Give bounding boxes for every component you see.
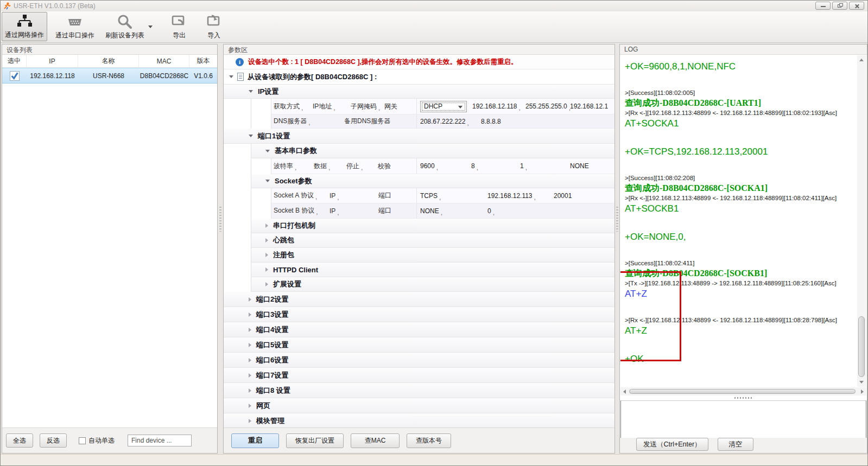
collapse-arrow-icon[interactable] xyxy=(249,90,253,93)
query-mac-button[interactable]: 查MAC xyxy=(351,433,400,448)
expand-arrow-icon[interactable] xyxy=(249,343,251,347)
section-label: 端口1设置 xyxy=(258,131,290,141)
param-value[interactable]: TCPS xyxy=(420,192,487,200)
param-value[interactable]: 208.67.222.222 xyxy=(420,118,481,125)
socket-a-row: Socket A 协议 IP 端口 TCPS 192.168.12.113 20… xyxy=(271,188,614,203)
section-ip-settings[interactable]: IP设置 xyxy=(224,85,614,99)
serial-mode-button[interactable]: 通过串口操作 xyxy=(53,12,97,41)
tree-root-label: 从设备读取到的参数[ D8B04CD2868C ] : xyxy=(248,72,377,82)
param-value[interactable]: 192.168.12.1 xyxy=(570,103,608,110)
scroll-right-icon[interactable] xyxy=(861,390,864,394)
expand-arrow-icon[interactable] xyxy=(249,373,251,378)
expand-arrow-icon[interactable] xyxy=(249,328,251,332)
param-value[interactable]: 0 xyxy=(487,207,554,215)
param-value[interactable]: 255.255.255.0 xyxy=(525,103,570,110)
expand-arrow-icon[interactable] xyxy=(265,253,268,257)
log-horizontal-scrollbar[interactable] xyxy=(620,387,866,395)
invert-select-button[interactable]: 反选 xyxy=(40,433,67,448)
restart-button[interactable]: 重启 xyxy=(231,433,279,448)
clear-button[interactable]: 清空 xyxy=(718,438,753,451)
expand-arrow-icon[interactable] xyxy=(249,358,251,362)
param-value[interactable]: 192.168.12.113 xyxy=(487,192,554,200)
restore-button[interactable] xyxy=(832,2,847,10)
scroll-down-icon[interactable] xyxy=(859,381,864,384)
section-port8[interactable]: 端口8 设置 xyxy=(224,383,614,398)
export-button[interactable]: 导出 xyxy=(168,12,191,41)
expand-arrow-icon[interactable] xyxy=(249,388,251,393)
device-mac: D8B04CD2868C xyxy=(139,68,189,83)
section-port2[interactable]: 端口2设置 xyxy=(224,292,614,307)
section-heartbeat[interactable]: 心跳包 xyxy=(251,233,614,248)
section-port7[interactable]: 端口7设置 xyxy=(224,368,614,383)
param-label: 校验 xyxy=(378,162,391,171)
scroll-left-icon[interactable] xyxy=(623,390,626,394)
expand-arrow-icon[interactable] xyxy=(265,238,268,242)
refresh-device-list-button[interactable]: 刷新设备列表 xyxy=(103,12,147,41)
param-value[interactable]: 20001 xyxy=(554,192,572,200)
section-port1-settings[interactable]: 端口1设置 xyxy=(224,129,614,144)
scroll-up-icon[interactable] xyxy=(859,59,864,61)
collapse-arrow-icon[interactable] xyxy=(229,75,233,78)
param-value[interactable]: 8 xyxy=(471,162,520,170)
auto-single-checkbox[interactable] xyxy=(79,437,86,444)
collapse-arrow-icon[interactable] xyxy=(249,135,253,137)
refresh-dropdown-arrow-icon[interactable] xyxy=(148,25,153,28)
network-mode-button[interactable]: 通过网络操作 xyxy=(2,12,47,41)
expand-arrow-icon[interactable] xyxy=(249,312,251,317)
title-bar[interactable]: USR-ETH V1.0.0.137 (Beta) xyxy=(1,1,867,11)
expand-arrow-icon[interactable] xyxy=(265,282,268,286)
log-vertical-scrollbar[interactable] xyxy=(857,55,866,387)
log-output[interactable]: +OK=9600,8,1,NONE,NFC >[Success][11:08:0… xyxy=(620,55,857,387)
param-value[interactable]: 1 xyxy=(520,162,570,170)
expand-arrow-icon[interactable] xyxy=(265,224,268,228)
device-table-header: 选中 IP 名称 MAC 版本 xyxy=(2,55,217,68)
section-extended[interactable]: 扩展设置 xyxy=(251,277,614,292)
section-label: 注册包 xyxy=(273,250,294,260)
section-port5[interactable]: 端口5设置 xyxy=(224,337,614,353)
network-icon xyxy=(16,14,33,29)
scrollbar-thumb[interactable] xyxy=(629,389,856,394)
minimize-button[interactable] xyxy=(815,2,831,10)
send-data-input[interactable] xyxy=(620,400,866,439)
send-button[interactable]: 发送（Ctrl+Enter） xyxy=(636,438,708,451)
section-port4[interactable]: 端口4设置 xyxy=(224,322,614,337)
section-port3[interactable]: 端口3设置 xyxy=(224,307,614,322)
expand-arrow-icon[interactable] xyxy=(249,404,251,408)
expand-arrow-icon[interactable] xyxy=(249,419,251,423)
auto-single-label: 自动单选 xyxy=(88,436,115,445)
network-mode-label: 通过网络操作 xyxy=(5,30,44,40)
section-socket-params[interactable]: Socket参数 xyxy=(251,174,614,188)
param-value[interactable]: 8.8.8.8 xyxy=(481,118,501,125)
section-packing[interactable]: 串口打包机制 xyxy=(251,219,614,233)
section-basic-serial[interactable]: 基本串口参数 xyxy=(251,144,614,158)
param-value[interactable]: 9600 xyxy=(420,162,471,170)
param-value[interactable]: NONE xyxy=(420,207,487,215)
query-version-button[interactable]: 查版本号 xyxy=(407,433,451,448)
close-button[interactable] xyxy=(849,2,864,10)
section-httpd-client[interactable]: HTTPD Client xyxy=(251,263,614,277)
param-value[interactable]: 192.168.12.118 xyxy=(472,103,525,110)
scrollbar-thumb[interactable] xyxy=(858,316,865,377)
find-device-input[interactable] xyxy=(128,435,192,446)
expand-arrow-icon[interactable] xyxy=(249,297,251,302)
section-registration[interactable]: 注册包 xyxy=(251,248,614,263)
section-module-management[interactable]: 模块管理 xyxy=(224,413,614,429)
check-icon xyxy=(10,71,19,81)
factory-reset-button[interactable]: 恢复出厂设置 xyxy=(286,433,344,448)
device-checkbox[interactable] xyxy=(10,71,20,81)
dhcp-dropdown[interactable]: DHCP xyxy=(420,101,467,112)
collapse-arrow-icon[interactable] xyxy=(265,180,270,182)
section-port6[interactable]: 端口6设置 xyxy=(224,353,614,368)
select-all-button[interactable]: 全选 xyxy=(6,433,33,448)
tree-root-row[interactable]: 从设备读取到的参数[ D8B04CD2868C ] : xyxy=(224,69,614,85)
expand-arrow-icon[interactable] xyxy=(265,267,268,272)
section-webpage[interactable]: 网页 xyxy=(224,398,614,413)
left-splitter-handle[interactable] xyxy=(219,207,221,232)
log-splitter[interactable] xyxy=(620,396,867,400)
collapse-arrow-icon[interactable] xyxy=(265,150,270,152)
col-checked: 选中 xyxy=(2,55,27,67)
device-table-row[interactable]: 192.168.12.118 USR-N668 D8B04CD2868C V1.… xyxy=(2,68,217,84)
right-splitter-handle[interactable] xyxy=(616,207,618,232)
param-value[interactable]: NONE xyxy=(570,162,589,170)
import-button[interactable]: 导入 xyxy=(202,12,225,41)
